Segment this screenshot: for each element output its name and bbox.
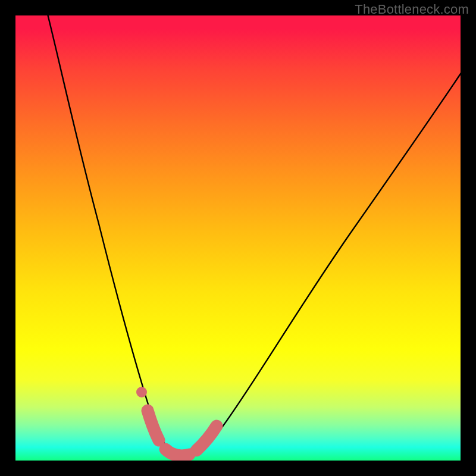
chart-area — [15, 15, 461, 461]
watermark-label: TheBottleneck.com — [355, 2, 469, 17]
highlight-dash-seg-3 — [196, 426, 217, 450]
chart-svg — [15, 15, 461, 461]
highlight-dash-seg-1 — [148, 411, 159, 440]
bottleneck-curve — [46, 15, 461, 458]
highlight-dash-seg-2 — [165, 449, 189, 456]
highlight-dot — [136, 387, 147, 397]
highlight-dash-group — [148, 411, 217, 456]
